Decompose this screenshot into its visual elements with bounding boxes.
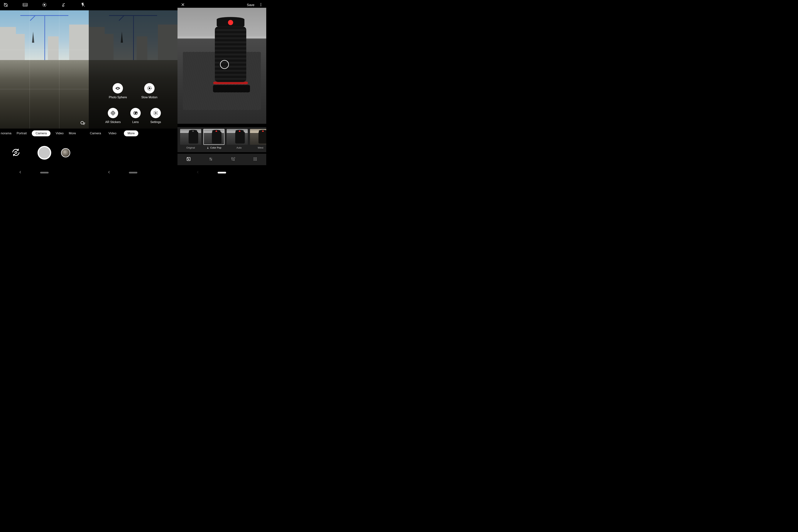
switch-camera-button[interactable] bbox=[11, 148, 21, 158]
lens-icon bbox=[130, 108, 141, 118]
sliders-icon[interactable] bbox=[208, 157, 213, 162]
svg-point-33 bbox=[256, 160, 257, 160]
svg-point-30 bbox=[256, 159, 257, 159]
control-row bbox=[0, 146, 89, 159]
mode-more[interactable]: More bbox=[124, 130, 139, 136]
svg-text:RAW: RAW bbox=[23, 4, 27, 6]
back-icon[interactable] bbox=[196, 170, 200, 175]
svg-point-28 bbox=[253, 159, 254, 159]
back-icon[interactable] bbox=[18, 170, 22, 175]
settings-icon bbox=[150, 108, 161, 118]
svg-point-21 bbox=[207, 147, 208, 148]
svg-point-17 bbox=[155, 113, 156, 114]
timer-off-icon[interactable] bbox=[3, 2, 8, 8]
svg-point-15 bbox=[135, 113, 136, 114]
filter-original[interactable]: Original bbox=[180, 129, 201, 149]
photo-sphere-icon bbox=[113, 83, 123, 93]
photo-editor: Save Original Color Pop bbox=[178, 0, 266, 177]
mode-video[interactable]: Video bbox=[56, 132, 64, 135]
crop-rotate-icon[interactable] bbox=[231, 157, 235, 162]
viewfinder[interactable] bbox=[0, 10, 89, 129]
more-item-label: Lens bbox=[132, 120, 139, 124]
system-nav-bar bbox=[178, 168, 266, 177]
more-item-label: Settings bbox=[150, 120, 161, 124]
svg-point-20 bbox=[260, 5, 261, 6]
system-nav-bar bbox=[0, 168, 89, 177]
mode-selector[interactable]: Camera Video More bbox=[89, 129, 178, 137]
svg-point-24 bbox=[211, 159, 212, 160]
svg-point-27 bbox=[256, 157, 257, 158]
home-pill[interactable] bbox=[218, 172, 226, 173]
filter-auto[interactable]: Auto bbox=[227, 129, 248, 149]
filter-label: Color Pop bbox=[206, 146, 221, 149]
motion-photo-icon[interactable] bbox=[42, 2, 47, 8]
mode-panorama[interactable]: norama bbox=[1, 132, 12, 135]
close-icon[interactable] bbox=[181, 3, 185, 7]
magnify-icon[interactable] bbox=[80, 120, 86, 127]
more-menu-grid: Photo Sphere Slow Motion AR Stickers bbox=[89, 83, 178, 124]
shutter-button[interactable] bbox=[38, 146, 51, 159]
editor-top-bar: Save bbox=[178, 3, 266, 7]
more-settings[interactable]: Settings bbox=[150, 108, 161, 124]
svg-point-16 bbox=[137, 112, 137, 113]
overflow-icon[interactable] bbox=[259, 3, 263, 7]
raw-icon[interactable]: RAW bbox=[23, 2, 28, 8]
home-pill[interactable] bbox=[129, 172, 138, 173]
photo-filter-icon[interactable] bbox=[186, 157, 191, 162]
back-icon[interactable] bbox=[107, 170, 111, 175]
save-button[interactable]: Save bbox=[247, 3, 254, 7]
last-photo-thumbnail[interactable] bbox=[61, 148, 70, 157]
svg-point-31 bbox=[253, 160, 254, 160]
more-photo-sphere[interactable]: Photo Sphere bbox=[109, 83, 127, 99]
filter-label: Original bbox=[186, 146, 195, 149]
svg-point-26 bbox=[255, 157, 255, 158]
camera-app-viewfinder: RAW norama Portrait Camera Video More bbox=[0, 0, 89, 177]
editor-toolbar bbox=[178, 154, 266, 165]
svg-point-9 bbox=[15, 151, 17, 153]
filter-strip[interactable]: Original Color Pop Auto West bbox=[178, 127, 266, 152]
flash-off-icon[interactable] bbox=[80, 2, 86, 8]
camera-app-more-menu: Photo Sphere Slow Motion AR Stickers bbox=[89, 0, 178, 177]
mode-camera[interactable]: Camera bbox=[32, 130, 50, 136]
filter-west[interactable]: West bbox=[250, 129, 266, 149]
sparkle-icon bbox=[233, 147, 235, 149]
editor-photo-canvas[interactable] bbox=[178, 8, 266, 124]
person-icon bbox=[206, 147, 209, 149]
more-item-label: Photo Sphere bbox=[109, 96, 127, 99]
svg-point-4 bbox=[44, 4, 45, 5]
grid-icon[interactable] bbox=[253, 157, 257, 162]
filter-label: West bbox=[258, 146, 264, 149]
system-nav-bar bbox=[89, 168, 178, 177]
white-balance-icon[interactable] bbox=[61, 2, 66, 8]
ar-stickers-icon bbox=[108, 108, 118, 118]
filter-color-pop[interactable]: Color Pop bbox=[203, 129, 224, 149]
mode-more[interactable]: More bbox=[69, 132, 76, 135]
svg-point-23 bbox=[210, 158, 211, 159]
more-item-label: AR Stickers bbox=[105, 120, 121, 124]
mode-video[interactable]: Video bbox=[108, 132, 116, 135]
slow-motion-icon bbox=[144, 83, 155, 93]
focus-ring-icon bbox=[220, 60, 229, 69]
home-pill[interactable] bbox=[40, 172, 49, 173]
svg-point-25 bbox=[253, 157, 254, 158]
svg-point-8 bbox=[81, 121, 84, 124]
filter-label: Auto bbox=[233, 146, 242, 149]
svg-point-29 bbox=[255, 159, 255, 159]
more-ar-stickers[interactable]: AR Stickers bbox=[105, 108, 121, 124]
more-slow-motion[interactable]: Slow Motion bbox=[141, 83, 157, 99]
mode-camera[interactable]: Camera bbox=[90, 132, 101, 135]
svg-point-13 bbox=[113, 113, 113, 114]
svg-point-19 bbox=[260, 4, 261, 5]
top-icon-row: RAW bbox=[0, 0, 89, 10]
svg-point-32 bbox=[255, 160, 255, 160]
more-item-label: Slow Motion bbox=[141, 96, 157, 99]
mode-selector[interactable]: norama Portrait Camera Video More bbox=[0, 129, 89, 137]
more-lens[interactable]: Lens bbox=[130, 108, 141, 124]
svg-point-18 bbox=[260, 3, 261, 4]
svg-point-5 bbox=[62, 5, 64, 7]
mode-portrait[interactable]: Portrait bbox=[17, 132, 27, 135]
